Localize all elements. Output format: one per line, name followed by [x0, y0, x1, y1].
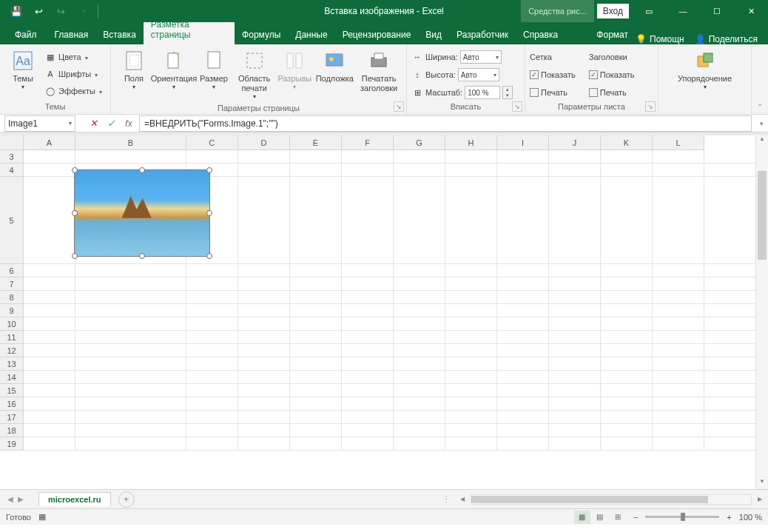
- view-page-layout[interactable]: ▤: [592, 511, 608, 524]
- embedded-image-object[interactable]: [74, 169, 210, 257]
- row-header[interactable]: 12: [0, 344, 24, 357]
- background-button[interactable]: Подложка: [316, 47, 353, 85]
- scale-launcher[interactable]: ↘: [512, 101, 522, 112]
- tab-format[interactable]: Формат: [589, 25, 636, 44]
- column-header[interactable]: K: [601, 135, 653, 150]
- formula-confirm[interactable]: ✓: [102, 115, 120, 132]
- zoom-knob[interactable]: [681, 513, 685, 521]
- scale-spin-buttons[interactable]: ▴▾: [502, 86, 513, 99]
- name-box[interactable]: Image1▾: [4, 115, 75, 132]
- minimize-button[interactable]: —: [666, 0, 700, 22]
- headings-view-checkbox[interactable]: ✓Показать: [589, 67, 635, 83]
- resize-handle-sw[interactable]: [72, 253, 78, 259]
- row-header[interactable]: 16: [0, 397, 24, 411]
- view-page-break[interactable]: ⊞: [610, 511, 626, 524]
- width-select[interactable]: Авто▾: [460, 50, 502, 64]
- new-sheet-button[interactable]: +: [118, 491, 135, 508]
- tab-formulas[interactable]: Формулы: [235, 25, 288, 44]
- row-header[interactable]: 11: [0, 331, 24, 344]
- view-normal[interactable]: ▦: [574, 511, 590, 524]
- row-header[interactable]: 15: [0, 384, 24, 397]
- column-header[interactable]: G: [394, 135, 445, 150]
- split-handle[interactable]: ⋮: [442, 495, 454, 503]
- tab-insert[interactable]: Вставка: [95, 25, 144, 44]
- hscroll-right[interactable]: ▶: [755, 496, 765, 502]
- column-header[interactable]: F: [342, 135, 394, 150]
- scale-spinner[interactable]: 100 %: [465, 86, 500, 99]
- fx-button[interactable]: fx: [120, 115, 138, 132]
- zoom-slider[interactable]: [645, 516, 719, 518]
- save-button[interactable]: 💾: [6, 1, 27, 21]
- row-header[interactable]: 10: [0, 317, 24, 331]
- height-select[interactable]: Авто▾: [458, 68, 499, 81]
- margins-button[interactable]: Поля▾: [115, 47, 152, 92]
- zoom-in[interactable]: +: [727, 513, 731, 522]
- tab-review[interactable]: Рецензирование: [335, 25, 419, 44]
- tab-home[interactable]: Главная: [47, 25, 96, 44]
- column-header[interactable]: H: [445, 135, 497, 150]
- row-header[interactable]: 9: [0, 304, 24, 317]
- resize-handle-s[interactable]: [139, 253, 145, 259]
- headings-print-checkbox[interactable]: Печать: [589, 84, 635, 101]
- effects-button[interactable]: ◯Эффекты: [44, 83, 102, 99]
- file-tab[interactable]: Файл: [4, 25, 47, 44]
- colors-button[interactable]: ▦Цвета: [44, 49, 102, 65]
- resize-handle-n[interactable]: [139, 167, 145, 173]
- row-header[interactable]: 13: [0, 357, 24, 371]
- zoom-out[interactable]: −: [633, 513, 638, 522]
- row-header[interactable]: 5: [0, 177, 24, 264]
- orientation-button[interactable]: Ориентация▾: [155, 47, 192, 92]
- page-setup-launcher[interactable]: ↘: [394, 101, 404, 112]
- maximize-button[interactable]: ☐: [700, 0, 734, 22]
- tell-me[interactable]: 💡Помощн: [636, 34, 684, 44]
- resize-handle-w[interactable]: [72, 210, 78, 216]
- close-button[interactable]: ✕: [734, 0, 768, 22]
- signin-button[interactable]: Вход: [597, 4, 629, 18]
- row-header[interactable]: 4: [0, 164, 24, 177]
- row-header[interactable]: 6: [0, 264, 24, 277]
- collapse-ribbon[interactable]: ⌃: [752, 44, 768, 114]
- gridlines-view-checkbox[interactable]: ✓Показать: [530, 67, 576, 83]
- formula-input[interactable]: =ВНЕДРИТЬ("Forms.Image.1";""): [139, 115, 752, 132]
- sheet-tab[interactable]: microexcel.ru: [38, 492, 111, 506]
- column-header[interactable]: E: [290, 135, 342, 150]
- hscroll-thumb[interactable]: [471, 496, 708, 503]
- themes-button[interactable]: Aa Темы▾: [4, 47, 41, 92]
- fonts-button[interactable]: AШрифты: [44, 66, 102, 82]
- resize-handle-nw[interactable]: [72, 167, 78, 173]
- gridlines-print-checkbox[interactable]: Печать: [530, 84, 576, 101]
- ribbon-display-options[interactable]: ▭: [632, 0, 666, 22]
- zoom-level[interactable]: 100 %: [739, 513, 762, 522]
- sheet-nav[interactable]: ◀▶: [0, 495, 31, 503]
- row-header[interactable]: 18: [0, 424, 24, 437]
- tab-view[interactable]: Вид: [418, 25, 449, 44]
- share-button[interactable]: 👤Поделиться: [695, 34, 758, 44]
- row-header[interactable]: 17: [0, 411, 24, 424]
- row-header[interactable]: 14: [0, 371, 24, 384]
- redo-button[interactable]: ↪: [50, 1, 71, 21]
- horizontal-scrollbar[interactable]: [471, 494, 752, 505]
- column-header[interactable]: D: [238, 135, 290, 150]
- column-header[interactable]: I: [497, 135, 549, 150]
- print-titles-button[interactable]: Печатать заголовки: [356, 47, 402, 95]
- resize-handle-e[interactable]: [206, 210, 212, 216]
- hscroll-left[interactable]: ◀: [457, 496, 468, 502]
- column-header[interactable]: A: [24, 135, 75, 150]
- formula-expand[interactable]: ▾: [755, 120, 768, 127]
- vscroll-thumb[interactable]: [758, 171, 767, 260]
- qat-customize[interactable]: [73, 1, 93, 21]
- tab-data[interactable]: Данные: [288, 25, 334, 44]
- tab-help[interactable]: Справка: [516, 25, 565, 44]
- vertical-scrollbar[interactable]: ▲ ▼: [755, 135, 768, 489]
- column-header[interactable]: B: [75, 135, 186, 150]
- column-header[interactable]: L: [653, 135, 704, 150]
- column-header[interactable]: J: [549, 135, 601, 150]
- row-header[interactable]: 7: [0, 277, 24, 291]
- undo-button[interactable]: ↩: [28, 1, 49, 21]
- formula-cancel[interactable]: ✕: [84, 115, 102, 132]
- resize-handle-ne[interactable]: [206, 167, 212, 173]
- size-button[interactable]: Размер▾: [195, 47, 232, 92]
- macro-record-icon[interactable]: ▦: [38, 512, 46, 522]
- scroll-up-arrow[interactable]: ▲: [756, 135, 768, 147]
- print-area-button[interactable]: Область печати▾: [235, 47, 273, 102]
